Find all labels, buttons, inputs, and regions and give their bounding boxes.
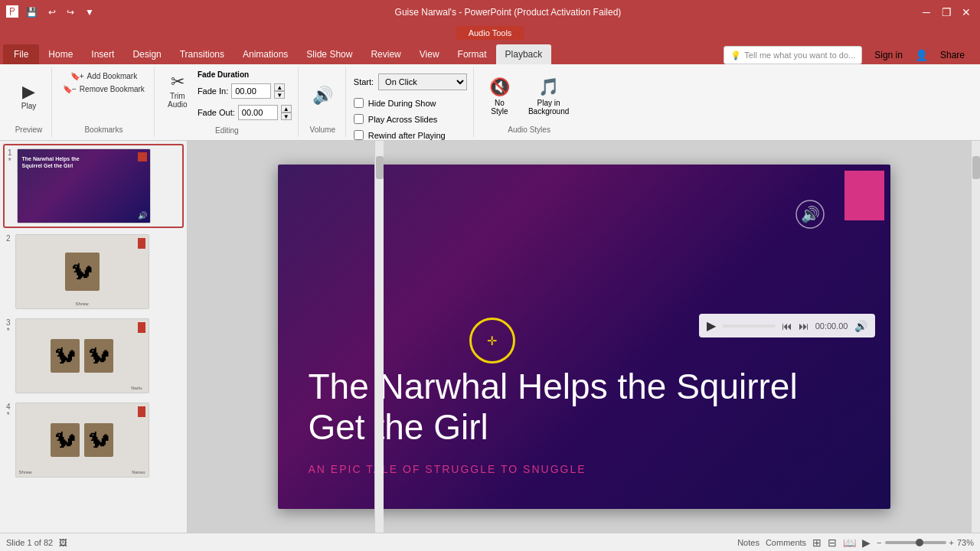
fade-in-up[interactable]: ▲ [274, 83, 285, 91]
reading-view-btn[interactable]: 📖 [843, 536, 856, 549]
player-volume-button[interactable]: 🔊 [854, 320, 867, 332]
slide-audio-element[interactable]: 🔊 [791, 195, 829, 240]
cursor-indicator: ✛ [469, 318, 515, 364]
slide-4-badge [138, 406, 145, 417]
fade-out-input[interactable] [238, 105, 278, 120]
preview-group-content: ▶ Play [14, 70, 44, 122]
audio-player-widget: ▶ ⏮ ⏭ 00:00.00 🔊 [699, 314, 875, 337]
remove-bookmark-button[interactable]: 🔖− Remove Bookmark [60, 83, 148, 95]
trim-audio-icon: ✂ [171, 73, 185, 90]
ribbon-group-audio-styles: 🔇 NoStyle 🎵 Play inBackground Audio Styl… [475, 67, 583, 137]
tab-file[interactable]: File [3, 44, 39, 64]
redo-qat-button[interactable]: ↪ [64, 5, 77, 19]
trim-audio-label: TrimAudio [168, 92, 188, 109]
play-in-background-button[interactable]: 🎵 Play inBackground [522, 74, 575, 119]
share-button[interactable]: Share [934, 48, 971, 62]
zoom-in-button[interactable]: + [949, 538, 954, 547]
fade-in-down[interactable]: ▼ [274, 91, 285, 99]
main-area: 1 * The Narwhal Helps theSquirrel Get th… [0, 141, 980, 533]
no-style-button[interactable]: 🔇 NoStyle [483, 74, 516, 119]
tab-playback[interactable]: Playback [496, 44, 552, 64]
hide-during-show-checkbox[interactable] [354, 98, 364, 108]
slide-1-thumb-title: The Narwhal Helps theSquirrel Get the Gi… [18, 149, 150, 175]
customize-qat-button[interactable]: ▼ [82, 5, 97, 19]
undo-qat-button[interactable]: ↩ [45, 5, 59, 19]
tell-me-box[interactable]: 💡 Tell me what you want to do... [724, 46, 862, 64]
slide-thumb-4[interactable]: 4 * Shrew Narwu [3, 399, 184, 481]
fade-out-spinner[interactable]: ▲ ▼ [281, 105, 292, 120]
slide-4-squirrel-2 [84, 423, 113, 457]
slide-panel-scrollbar[interactable] [374, 141, 384, 533]
fade-in-label: Fade In: [198, 86, 228, 96]
player-progress-bar[interactable] [722, 324, 776, 328]
status-bar: Slide 1 of 82 🖼 Notes Comments ⊞ ⊟ 📖 ▶ −… [0, 533, 980, 551]
volume-group-label: Volume [310, 122, 335, 134]
comments-button[interactable]: Comments [766, 538, 806, 547]
close-button[interactable]: ✕ [959, 5, 974, 20]
fade-duration-area: Fade Duration Fade In: ▲ ▼ Fade Out: ▲ ▼ [198, 70, 292, 123]
player-forward-button[interactable]: ⏭ [799, 320, 809, 332]
slide-panel-scrollbar-thumb[interactable] [376, 156, 384, 179]
normal-view-btn[interactable]: ⊞ [812, 536, 822, 549]
play-button[interactable]: ▶ Play [14, 80, 44, 113]
trim-audio-button[interactable]: ✂ TrimAudio [162, 70, 193, 112]
play-across-slides-checkbox[interactable] [354, 114, 364, 124]
zoom-controls: − + 73% [877, 538, 974, 547]
slide-2-thumbnail: Shrew [15, 234, 149, 309]
slide-thumb-1[interactable]: 1 * The Narwhal Helps theSquirrel Get th… [3, 144, 184, 228]
tell-me-text: Tell me what you want to do... [744, 51, 855, 60]
slide-4-label-2: Narwu [132, 470, 145, 474]
zoom-slider-thumb[interactable] [916, 539, 923, 546]
tab-insert[interactable]: Insert [82, 44, 123, 64]
add-bookmark-button[interactable]: 🔖+ Add Bookmark [67, 70, 140, 82]
fade-out-down[interactable]: ▼ [281, 112, 292, 120]
zoom-slider[interactable] [885, 541, 946, 544]
minimize-button[interactable]: ─ [919, 5, 934, 20]
start-label: Start: [354, 77, 374, 86]
tab-animations[interactable]: Animations [234, 44, 297, 64]
svg-text:🔊: 🔊 [800, 205, 819, 223]
volume-button[interactable]: 🔊 [307, 84, 338, 109]
fade-in-input[interactable] [231, 83, 271, 99]
rewind-after-playing-checkbox[interactable] [354, 130, 364, 140]
ribbon-group-preview: ▶ Play Preview [6, 67, 52, 137]
sign-in-button[interactable]: Sign in [868, 48, 909, 62]
player-rewind-button[interactable]: ⏮ [782, 320, 792, 332]
audio-tools-context-label: Audio Tools [456, 26, 524, 40]
add-bookmark-icon: 🔖+ [70, 72, 84, 80]
no-style-label: NoStyle [491, 99, 508, 116]
ribbon-group-volume: 🔊 Volume [300, 67, 346, 137]
remove-bookmark-label: Remove Bookmark [80, 85, 145, 93]
start-select[interactable]: On Click Automatically When Clicked On [378, 73, 467, 90]
hide-during-show-label: Hide During Show [368, 99, 436, 108]
tab-transitions[interactable]: Transitions [171, 44, 234, 64]
slideshow-btn[interactable]: ▶ [862, 536, 871, 549]
tab-home[interactable]: Home [39, 44, 82, 64]
content-scrollbar-v[interactable] [971, 141, 980, 533]
play-in-background-label: Play inBackground [528, 99, 569, 116]
slide-info: Slide 1 of 82 [6, 538, 53, 547]
slide-2-label: Shrew [16, 302, 149, 306]
tab-view[interactable]: View [410, 44, 449, 64]
slide-3-badge [138, 322, 145, 333]
tab-format[interactable]: Format [449, 44, 496, 64]
tab-design[interactable]: Design [123, 44, 170, 64]
tab-slideshow[interactable]: Slide Show [297, 44, 361, 64]
notes-button[interactable]: Notes [737, 538, 760, 547]
ribbon: ▶ Play Preview 🔖+ Add Bookmark 🔖− Remove… [0, 64, 980, 141]
main-slide[interactable]: 🔊 ✛ ▶ ⏮ ⏭ 00:00.00 🔊 The Narwhal Hel [278, 165, 890, 509]
slide-thumb-3[interactable]: 3 * Narlu [3, 315, 184, 396]
slide-main-title: The Narwhal Helps the Squirrel Get the G… [309, 367, 860, 448]
save-qat-button[interactable]: 💾 [23, 5, 41, 19]
zoom-out-button[interactable]: − [877, 538, 881, 547]
player-play-button[interactable]: ▶ [707, 318, 716, 333]
slide-3-thumbnail: Narlu [15, 318, 149, 393]
play-icon: ▶ [22, 83, 35, 100]
slide-thumb-2[interactable]: 2 Shrew [3, 231, 184, 312]
tab-review[interactable]: Review [361, 44, 410, 64]
fade-in-spinner[interactable]: ▲ ▼ [274, 83, 285, 99]
restore-button[interactable]: ❐ [939, 5, 954, 20]
slide-sorter-btn[interactable]: ⊟ [828, 536, 837, 549]
scrollbar-thumb-v[interactable] [972, 156, 980, 179]
fade-out-up[interactable]: ▲ [281, 105, 292, 112]
